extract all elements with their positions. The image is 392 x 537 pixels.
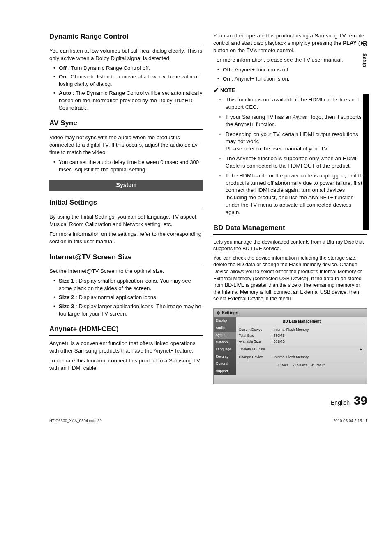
iatv-size2: Size 2 : Display normal application icon… bbox=[53, 294, 203, 301]
panel-delete-bd-data: Delete BD Data▸ bbox=[239, 346, 364, 353]
settings-panel-illustration: Settings DisplayAudioSystemNetworkLangua… bbox=[213, 308, 367, 384]
drc-auto: Auto : The Dynamic Range Control will be… bbox=[53, 90, 203, 111]
note-4: The Anynet+ function is supported only w… bbox=[219, 155, 367, 170]
page-language: English bbox=[331, 399, 350, 406]
nav-select: ⏎ Select bbox=[293, 363, 307, 368]
system-section-bar: System bbox=[49, 180, 203, 191]
bd-p2: You can check the device information inc… bbox=[213, 255, 367, 302]
note-label: NOTE bbox=[213, 87, 367, 94]
iatv-intro: Set the Internet@TV Screen to the optima… bbox=[49, 267, 203, 275]
right-column: You can then operate this product using … bbox=[213, 25, 367, 409]
meta-file: HT-C6600_XAA_0504.indd 39 bbox=[49, 418, 102, 423]
panel-content-title: BD Data Management bbox=[239, 318, 364, 325]
nav-move: ↕ Move bbox=[278, 363, 288, 368]
pencil-icon bbox=[213, 87, 219, 93]
panel-side-menu: DisplayAudioSystemNetworkLanguageSecurit… bbox=[214, 317, 236, 375]
meta-date: 2010-05-04 2:15:11 bbox=[333, 418, 367, 423]
iatv-size1: Size 1 : Display smaller application ico… bbox=[53, 277, 203, 292]
note-5: If the HDMI cable or the power code is u… bbox=[219, 172, 367, 216]
bd-p1: Lets you manage the downloaded contents … bbox=[213, 239, 367, 252]
panel-info-row: Total Size: 589MB bbox=[239, 333, 364, 339]
heading-drc: Dynamic Range Control bbox=[49, 32, 203, 43]
note-1: This function is not available if the HD… bbox=[219, 96, 367, 111]
panel-menu-language: Language bbox=[214, 346, 236, 353]
anynet-cont1: You can then operate this product using … bbox=[213, 32, 367, 54]
avsync-intro: Video may not sync with the audio when t… bbox=[49, 134, 203, 156]
anynet-on: On : Anynet+ function is on. bbox=[217, 75, 367, 83]
avsync-bullet: You can set the audio delay time between… bbox=[53, 159, 203, 173]
chapter-name: Setup bbox=[362, 53, 367, 67]
nav-return: ↶ Return bbox=[311, 363, 325, 368]
heading-bd: BD Data Management bbox=[213, 224, 367, 235]
panel-menu-general: General bbox=[214, 360, 236, 367]
page-number: 39 bbox=[354, 394, 367, 407]
panel-menu-network: Network bbox=[214, 339, 236, 346]
heading-anynet: Anynet+ (HDMI-CEC) bbox=[49, 325, 203, 336]
drc-on: On : Choose to listen to a movie at a lo… bbox=[53, 73, 203, 88]
left-column: Dynamic Range Control You can listen at … bbox=[49, 25, 203, 409]
initial-p1: By using the Initial Settings, you can s… bbox=[49, 213, 203, 228]
chapter-number: 03 bbox=[362, 41, 367, 46]
panel-menu-audio: Audio bbox=[214, 325, 236, 332]
drc-intro: You can listen at low volumes but still … bbox=[49, 47, 203, 62]
panel-header: Settings bbox=[214, 309, 367, 318]
panel-menu-system: System bbox=[214, 332, 236, 339]
panel-menu-support: Support bbox=[214, 368, 236, 375]
panel-info-row: Current Device: Internal Flash Memory bbox=[239, 327, 364, 333]
heading-avsync: AV Sync bbox=[49, 119, 203, 130]
heading-initial: Initial Settings bbox=[49, 198, 203, 209]
anynet-cont2: For more information, please see the TV … bbox=[213, 56, 367, 64]
page-footer: English 39 bbox=[213, 392, 367, 409]
panel-menu-display: Display bbox=[214, 317, 236, 324]
anynet-logo: Anynet+ bbox=[293, 114, 309, 120]
print-metadata: HT-C6600_XAA_0504.indd 39 2010-05-04 2:1… bbox=[49, 418, 367, 423]
anynet-off: Off : Anynet+ function is off. bbox=[217, 66, 367, 74]
iatv-size3: Size 3 : Display larger application icon… bbox=[53, 303, 203, 318]
drc-off: Off : Turn Dynamic Range Control off. bbox=[53, 65, 203, 72]
heading-iatv: Internet@TV Screen Size bbox=[49, 253, 203, 264]
panel-info-row: Available Size: 589MB bbox=[239, 339, 364, 345]
anynet-p1: Anynet+ is a convenient function that of… bbox=[49, 340, 203, 355]
panel-nav-hints: ↕ Move ⏎ Select ↶ Return bbox=[239, 362, 364, 368]
note-3: Depending on your TV, certain HDMI outpu… bbox=[219, 131, 367, 152]
gear-icon bbox=[216, 311, 220, 315]
anynet-p2: To operate this function, connect this p… bbox=[49, 357, 203, 372]
panel-menu-security: Security bbox=[214, 353, 236, 360]
initial-p2: For more information on the settings, re… bbox=[49, 230, 203, 245]
panel-change-device: Change Device: Internal Flash Memory bbox=[239, 355, 364, 361]
note-2: If your Samsung TV has an Anynet+ logo, … bbox=[219, 113, 367, 128]
chevron-right-icon: ▸ bbox=[360, 347, 362, 352]
